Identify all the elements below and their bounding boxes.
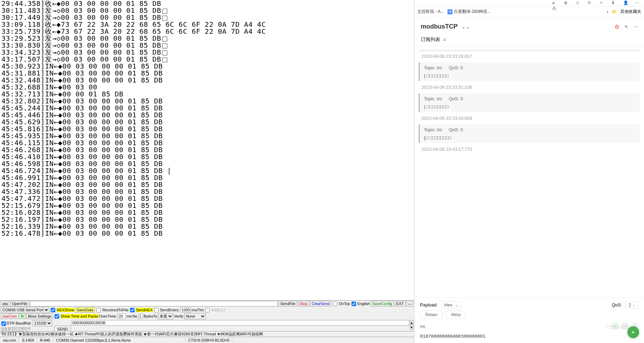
log-line: 52:16.478]IN←◆00 03 00 00 00 01 85 DB xyxy=(1,230,413,237)
collapse-button[interactable]: — xyxy=(406,301,413,306)
message-topic: Topic: tm xyxy=(424,127,442,132)
message-time: 2023-04-09 23:33:29:817 xyxy=(419,52,640,60)
folder-icon[interactable]: 📁 xyxy=(612,9,617,14)
log-line: 45:32.448]IN←◆00 03 00 00 00 01 85 DB xyxy=(1,77,413,84)
log-line: 45:32.688]IN←◆00 03 00 xyxy=(1,84,413,91)
mqtt-header: modbusTCP ⌄⌄ ⏻ ✎ ⋯ xyxy=(414,17,644,33)
message-body: { □□□□□□□□ xyxy=(424,104,636,109)
refresh-browser-icon[interactable]: ↻ xyxy=(588,0,593,6)
log-line: 45:46.991]IN←◆00 03 00 00 00 01 85 DB xyxy=(1,174,413,181)
back-arrow-icon[interactable]: ← xyxy=(611,322,619,330)
closecom-button[interactable]: oseCom xyxy=(1,313,18,319)
serial-log: 29:44.358]收←◆00 03 00 00 00 01 85 DB30:1… xyxy=(0,0,414,300)
tail-select[interactable]: 末尾 xyxy=(158,313,173,319)
favorites-icon[interactable]: ✧ xyxy=(599,0,605,6)
chevron-right-icon[interactable]: › xyxy=(607,9,608,14)
log-line: 33:09.118]收←◆73 67 22 3A 20 22 68 65 6C … xyxy=(1,21,413,28)
log-line: 45:45.629]IN←◆00 03 00 00 00 01 85 DB xyxy=(1,118,413,125)
log-line: 45:45.446]IN←◆00 03 00 00 00 01 85 DB xyxy=(1,111,413,118)
download-icon[interactable]: ⬇ xyxy=(611,0,617,6)
port-select[interactable]: COM30 USB Serial Port xyxy=(1,307,49,313)
open-file-button[interactable]: OpenFile xyxy=(10,301,29,306)
baudrate-select[interactable]: 115200 xyxy=(33,320,52,326)
list-icon[interactable]: ≡ xyxy=(443,37,446,42)
log-line: 33:30.830]发→◇00 03 00 00 00 01 85 DB xyxy=(1,42,413,49)
addcrlf-label: AddCrLf xyxy=(211,308,225,312)
retain-button[interactable]: Retain xyxy=(420,311,443,319)
overtime-label: OverTime: xyxy=(99,314,117,318)
more-icon[interactable]: ⋯ xyxy=(634,24,638,29)
log-line: 45:45.244]IN←◆00 03 00 00 00 01 85 DB xyxy=(1,104,413,111)
clear-send-button[interactable]: ClearSend xyxy=(310,301,331,306)
log-line: 30:11.483]发→◇00 03 00 00 00 01 85 DB xyxy=(1,7,413,14)
meta-button[interactable]: Meta xyxy=(446,311,466,319)
log-line: 45:31.881]IN←◆00 03 00 00 00 01 85 DB xyxy=(1,70,413,77)
more-browser-icon[interactable]: ⋯ xyxy=(635,0,641,6)
bytesto-label: BytesTo xyxy=(144,314,157,318)
profile-icon[interactable]: 👤 xyxy=(623,0,629,6)
ata-button[interactable]: ata xyxy=(1,301,9,306)
stop-button[interactable]: Stop xyxy=(298,301,309,306)
qos-select[interactable]: 2 xyxy=(626,301,638,309)
overtime-input[interactable] xyxy=(118,313,126,319)
sendevery-checkbox[interactable] xyxy=(154,308,159,312)
hex-output: 010700000006000300000001 xyxy=(414,332,644,343)
bookmark-item-1[interactable]: 文回答我 - A... xyxy=(417,9,444,15)
message-card: Topic: tmQoS: 0{ □□□□□□□□ xyxy=(419,93,640,112)
file-path-input[interactable] xyxy=(30,301,278,306)
scroll-down-icon[interactable]: ▾ xyxy=(410,325,413,330)
log-line: 45:47.336]IN←◆00 03 00 00 00 01 85 DB xyxy=(1,188,413,195)
message-time: 2023-04-09 23:33:31:106 xyxy=(419,83,640,91)
more-settings-button[interactable]: More Settings xyxy=(26,313,53,319)
bookmark-label: 百度翻译-200种语... xyxy=(454,9,491,15)
payload-row: Payload: Hex QoS: 2 xyxy=(414,297,644,311)
minus-icon[interactable]: – xyxy=(621,322,629,330)
recvtofile-checkbox[interactable] xyxy=(96,308,101,312)
hexshow-checkbox[interactable] xyxy=(51,308,55,312)
power-icon[interactable]: ⏻ xyxy=(615,24,619,29)
message-body: { □□□□□□□□ xyxy=(424,73,636,78)
log-line: 29:44.358]收←◆00 03 00 00 00 01 85 DB xyxy=(1,0,413,7)
sendhex-label: SendHEX xyxy=(136,308,153,312)
no-input[interactable] xyxy=(138,313,143,319)
english-checkbox[interactable] xyxy=(352,302,356,306)
message-qos: QoS: 0 xyxy=(449,96,463,101)
other-bookmarks-label[interactable]: 其他收藏夹 xyxy=(620,9,641,15)
log-line: 43:17.507]发→◇00 03 00 00 00 01 85 DB xyxy=(1,56,413,63)
send-file-button[interactable]: SendFile xyxy=(279,301,297,306)
scroll-up-icon[interactable]: ▴ xyxy=(410,320,413,325)
log-line: 45:47.202]IN←◆00 03 00 00 00 01 85 DB xyxy=(1,181,413,188)
message-time: 2023-04-09 23:33:34:658 xyxy=(419,114,640,122)
star-icon[interactable]: ✩ xyxy=(576,0,581,6)
zoom-icon[interactable]: ⊕ xyxy=(564,0,570,6)
chevron-down-icon[interactable]: ⌄⌄ xyxy=(461,23,470,30)
showtime-label: Show Time and Packe xyxy=(61,314,98,318)
ext-button[interactable]: EXT xyxy=(395,301,405,306)
addcrlf-checkbox[interactable] xyxy=(205,308,210,312)
save-data-button[interactable]: SaveData xyxy=(75,307,95,313)
bookmark-item-2[interactable]: 译 百度翻译-200种语... xyxy=(448,9,491,15)
send-fab-icon[interactable]: ➤ xyxy=(627,326,639,338)
interval-input[interactable] xyxy=(180,307,191,313)
rm-text: rm xyxy=(420,324,425,329)
save-config-button[interactable]: SaveConfig xyxy=(371,301,394,306)
dtr-checkbox[interactable] xyxy=(1,321,6,326)
ontop-checkbox[interactable] xyxy=(333,302,337,306)
subscription-header: 订阅列表 ≡ xyxy=(414,33,644,47)
send-hex-input[interactable] xyxy=(72,320,409,326)
payload-format-select[interactable]: Hex xyxy=(441,301,461,309)
browser-toolbar: aあ ⊕ ✩ ↻ ✧ ⬇ 👤 ⋯ xyxy=(414,0,644,6)
showtime-checkbox[interactable] xyxy=(55,314,59,319)
translate-icon: 译 xyxy=(448,9,452,14)
message-bar xyxy=(419,49,640,52)
log-line: 33:29.523]发→◇00 03 00 00 00 01 85 DB xyxy=(1,35,413,42)
sendhex-checkbox[interactable] xyxy=(130,308,135,312)
log-line: 45:46.598]IN←◆00 03 00 00 00 01 85 DB xyxy=(1,160,413,167)
status-com: COM30 Opened 115200bps,8,1,None,None xyxy=(53,338,185,342)
edit-icon[interactable]: ✎ xyxy=(625,24,628,29)
verify-select[interactable]: None xyxy=(184,313,206,319)
status-s: S:1458 xyxy=(19,338,37,342)
text-size-icon[interactable]: aあ xyxy=(552,0,558,6)
refresh-icon[interactable]: ↻ xyxy=(19,313,25,319)
marquee-text: V5.13.1】★合宙高性价比4G模块值得一试 ★RT-Thread中国人的开源… xyxy=(0,331,414,337)
